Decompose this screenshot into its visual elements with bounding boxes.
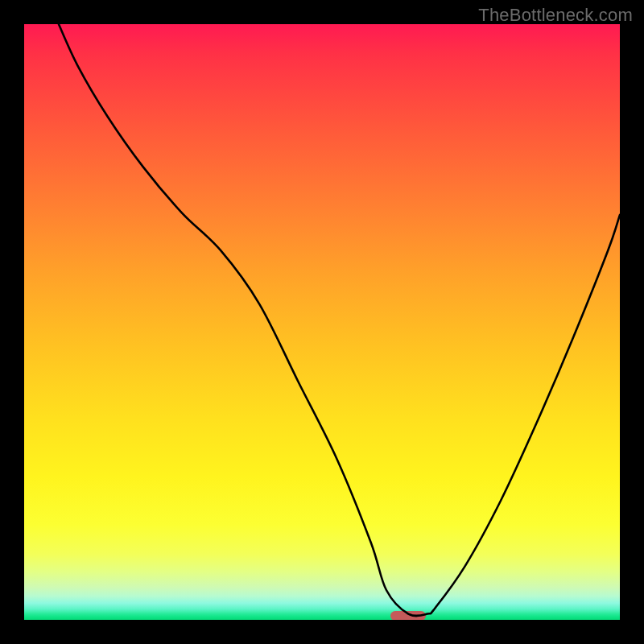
plot-area (24, 24, 620, 620)
bottleneck-curve-path (59, 24, 620, 616)
chart-frame: TheBottleneck.com (0, 0, 644, 644)
watermark-text: TheBottleneck.com (478, 5, 633, 26)
curve-svg (24, 24, 620, 620)
